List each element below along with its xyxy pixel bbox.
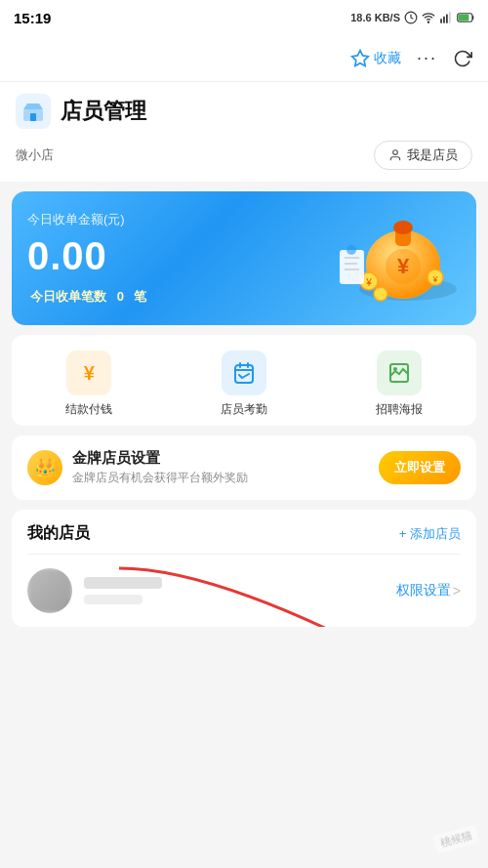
star-icon <box>350 49 370 68</box>
svg-rect-2 <box>440 19 442 23</box>
nav-bar: 收藏 ··· <box>0 35 488 82</box>
staff-role-placeholder <box>84 595 142 604</box>
calendar-check-icon <box>232 361 256 385</box>
clock-icon <box>404 11 418 24</box>
watermark: 桃候猫 <box>432 825 479 854</box>
person-icon <box>388 148 402 162</box>
svg-point-35 <box>393 367 397 371</box>
svg-rect-3 <box>443 17 445 23</box>
network-speed: 18.6 KB/S <box>350 12 400 23</box>
gold-setup-button[interactable]: 立即设置 <box>379 451 461 484</box>
gold-info: 金牌店员设置 金牌店员有机会获得平台额外奖励 <box>72 449 369 486</box>
svg-marker-9 <box>352 50 369 65</box>
status-icons: 18.6 KB/S <box>350 11 474 24</box>
svg-rect-7 <box>472 16 473 20</box>
banner-count-value: 0 <box>117 289 124 304</box>
gold-member-section: 👑 金牌店员设置 金牌店员有机会获得平台额外奖励 立即设置 <box>12 435 476 500</box>
svg-rect-8 <box>458 15 468 21</box>
refresh-icon <box>453 49 472 68</box>
add-staff-button[interactable]: + 添加店员 <box>399 525 461 543</box>
more-button[interactable]: ··· <box>417 48 437 68</box>
status-time: 15:19 <box>14 10 51 26</box>
refresh-button[interactable] <box>453 49 472 68</box>
page-title-icon <box>16 94 51 129</box>
svg-rect-4 <box>446 15 448 23</box>
chevron-right-icon: > <box>453 583 461 599</box>
staff-info <box>84 577 385 604</box>
svg-rect-5 <box>449 12 451 23</box>
quick-action-poster[interactable]: 招聘海报 <box>376 351 423 418</box>
banner-count-unit: 笔 <box>134 289 146 304</box>
attendance-label: 店员考勤 <box>221 401 267 418</box>
staff-name-placeholder <box>84 577 162 589</box>
poster-icon <box>387 361 411 385</box>
gold-title: 金牌店员设置 <box>72 449 369 468</box>
staff-header: 我的店员 + 添加店员 <box>12 510 476 554</box>
quick-action-checkout[interactable]: ¥ 结款付钱 <box>65 351 112 418</box>
favorite-label: 收藏 <box>374 50 401 67</box>
banner-card: 今日收单金额(元) 0.00 今日收单笔数 0 笔 ¥ ¥ ¥ <box>12 191 476 325</box>
attendance-icon-container <box>222 351 266 395</box>
checkout-icon: ¥ <box>84 362 95 385</box>
store-icon <box>21 100 45 123</box>
poster-icon-container <box>377 351 422 395</box>
more-label: ··· <box>417 48 437 68</box>
sub-nav-label: 微小店 <box>16 146 54 164</box>
svg-point-17 <box>393 221 413 234</box>
banner-count-label: 今日收单笔数 <box>30 289 106 304</box>
checkout-icon-container: ¥ <box>66 351 111 395</box>
page-title: 店员管理 <box>61 97 146 126</box>
status-bar: 15:19 18.6 KB/S <box>0 0 488 35</box>
permission-button[interactable]: 权限设置 > <box>396 582 461 599</box>
favorite-button[interactable]: 收藏 <box>350 49 401 68</box>
checkout-label: 结款付钱 <box>65 401 112 418</box>
avatar <box>27 568 72 613</box>
svg-point-1 <box>427 21 428 22</box>
avatar-blur <box>27 568 72 613</box>
svg-text:¥: ¥ <box>431 274 438 284</box>
svg-rect-25 <box>340 250 364 284</box>
page-title-bar: 店员管理 <box>0 82 488 137</box>
wifi-icon <box>422 11 435 24</box>
svg-rect-30 <box>235 365 253 383</box>
svg-point-29 <box>346 245 356 255</box>
signal-icon <box>439 11 453 24</box>
svg-point-12 <box>393 150 398 155</box>
svg-rect-11 <box>30 113 36 121</box>
svg-text:¥: ¥ <box>397 254 410 278</box>
sub-nav: 微小店 我是店员 <box>0 137 488 182</box>
battery-icon <box>457 12 474 23</box>
poster-label: 招聘海报 <box>376 401 423 418</box>
staff-section-title: 我的店员 <box>27 523 90 544</box>
gold-desc: 金牌店员有机会获得平台额外奖励 <box>72 470 369 486</box>
quick-actions: ¥ 结款付钱 店员考勤 招聘海报 <box>12 335 476 426</box>
svg-text:¥: ¥ <box>365 277 372 288</box>
svg-point-24 <box>374 287 387 301</box>
member-button[interactable]: 我是店员 <box>374 141 472 170</box>
member-btn-label: 我是店员 <box>407 146 458 164</box>
gold-icon: 👑 <box>27 450 62 485</box>
quick-action-attendance[interactable]: 店员考勤 <box>221 351 267 418</box>
money-bag-illustration: ¥ ¥ ¥ <box>320 201 467 309</box>
table-row: 权限设置 > <box>12 555 476 627</box>
permission-label: 权限设置 <box>396 582 451 599</box>
staff-section: 我的店员 + 添加店员 权限设置 > <box>12 510 476 627</box>
